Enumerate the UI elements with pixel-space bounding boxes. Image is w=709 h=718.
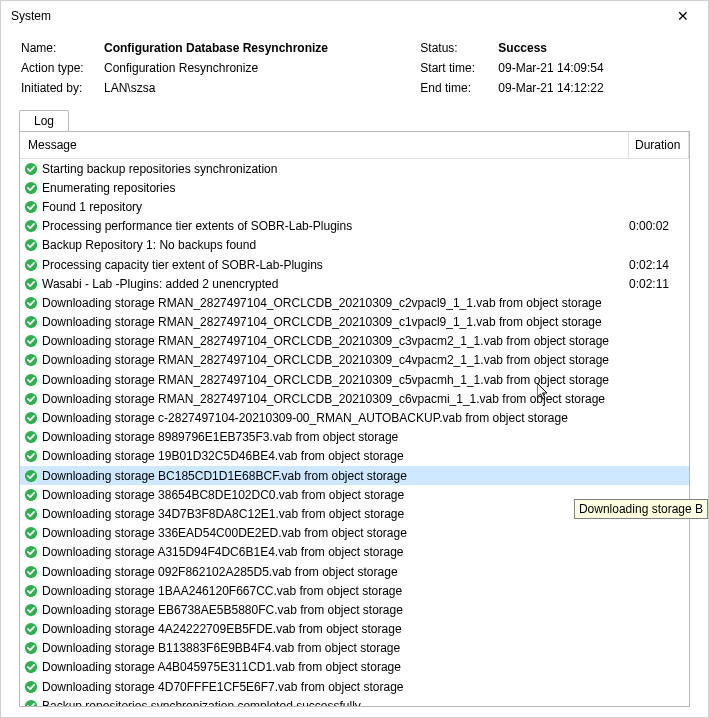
tab-log[interactable]: Log — [19, 110, 69, 131]
column-message[interactable]: Message — [20, 132, 629, 158]
log-message: Wasabi - Lab -Plugins: added 2 unencrypt… — [42, 277, 278, 291]
log-row[interactable]: Downloading storage B113883F6E9BB4F4.vab… — [20, 639, 689, 658]
log-message: Downloading storage c-2827497104-2021030… — [42, 411, 568, 425]
success-icon — [24, 219, 38, 233]
success-icon — [24, 622, 38, 636]
log-message: Downloading storage 38654BC8DE102DC0.vab… — [42, 488, 404, 502]
success-icon — [24, 392, 38, 406]
log-row[interactable]: Downloading storage 4D70FFFE1CF5E6F7.vab… — [20, 677, 689, 696]
log-row[interactable]: Wasabi - Lab -Plugins: added 2 unencrypt… — [20, 274, 689, 293]
success-icon — [24, 334, 38, 348]
success-icon — [24, 526, 38, 540]
log-message: Processing performance tier extents of S… — [42, 219, 352, 233]
success-icon — [24, 353, 38, 367]
log-row[interactable]: Found 1 repository — [20, 197, 689, 216]
log-message: Downloading storage RMAN_2827497104_ORCL… — [42, 353, 609, 367]
success-icon — [24, 258, 38, 272]
log-row[interactable]: Downloading storage BC185CD1D1E68BCF.vab… — [20, 466, 689, 485]
success-icon — [24, 507, 38, 521]
log-message: Downloading storage 34D7B3F8DA8C12E1.vab… — [42, 507, 404, 521]
log-row[interactable]: Downloading storage EB6738AE5B5880FC.vab… — [20, 600, 689, 619]
log-message: Downloading storage RMAN_2827497104_ORCL… — [42, 334, 609, 348]
log-row[interactable]: Downloading storage 4A24222709EB5FDE.vab… — [20, 620, 689, 639]
log-row[interactable]: Downloading storage 336EAD54C00DE2ED.vab… — [20, 524, 689, 543]
success-icon — [24, 603, 38, 617]
success-icon — [24, 411, 38, 425]
log-row[interactable]: Enumerating repositories — [20, 178, 689, 197]
log-message: Found 1 repository — [42, 200, 142, 214]
log-panel: Message Duration Starting backup reposit… — [19, 131, 690, 707]
log-row[interactable]: Processing performance tier extents of S… — [20, 217, 689, 236]
success-icon — [24, 449, 38, 463]
start-label: Start time: — [420, 61, 490, 75]
log-row[interactable]: Downloading storage 092F862102A285D5.vab… — [20, 562, 689, 581]
window-title: System — [11, 9, 51, 23]
log-row[interactable]: Downloading storage 1BAA246120F667CC.vab… — [20, 581, 689, 600]
end-label: End time: — [420, 81, 490, 95]
log-row[interactable]: Downloading storage 19B01D32C5D46BE4.vab… — [20, 447, 689, 466]
log-message: Downloading storage RMAN_2827497104_ORCL… — [42, 315, 602, 329]
status-value: Success — [498, 41, 688, 55]
log-duration: 0:02:14 — [629, 258, 689, 272]
end-value: 09-Mar-21 14:12:22 — [498, 81, 688, 95]
log-message: Downloading storage B113883F6E9BB4F4.vab… — [42, 641, 400, 655]
close-button[interactable]: ✕ — [668, 8, 698, 24]
log-message: Downloading storage RMAN_2827497104_ORCL… — [42, 373, 609, 387]
log-row[interactable]: Downloading storage 8989796E1EB735F3.vab… — [20, 428, 689, 447]
log-row[interactable]: Downloading storage RMAN_2827497104_ORCL… — [20, 332, 689, 351]
log-message: Downloading storage A315D94F4DC6B1E4.vab… — [42, 545, 404, 559]
log-message: Downloading storage 092F862102A285D5.vab… — [42, 565, 398, 579]
success-icon — [24, 488, 38, 502]
status-label: Status: — [420, 41, 490, 55]
success-icon — [24, 699, 38, 707]
log-row[interactable]: Downloading storage RMAN_2827497104_ORCL… — [20, 370, 689, 389]
init-label: Initiated by: — [21, 81, 96, 95]
success-icon — [24, 660, 38, 674]
init-value: LAN\szsa — [104, 81, 412, 95]
log-row[interactable]: Starting backup repositories synchroniza… — [20, 159, 689, 178]
success-icon — [24, 238, 38, 252]
log-row[interactable]: Downloading storage RMAN_2827497104_ORCL… — [20, 293, 689, 312]
log-row[interactable]: Downloading storage RMAN_2827497104_ORCL… — [20, 351, 689, 370]
success-icon — [24, 181, 38, 195]
log-message: Downloading storage RMAN_2827497104_ORCL… — [42, 392, 605, 406]
name-label: Name: — [21, 41, 96, 55]
log-message: Backup repositories synchronization comp… — [42, 699, 361, 707]
log-message: Downloading storage EB6738AE5B5880FC.vab… — [42, 603, 403, 617]
log-message: Downloading storage 336EAD54C00DE2ED.vab… — [42, 526, 407, 540]
success-icon — [24, 584, 38, 598]
success-icon — [24, 373, 38, 387]
log-row[interactable]: Downloading storage A315D94F4DC6B1E4.vab… — [20, 543, 689, 562]
action-label: Action type: — [21, 61, 96, 75]
name-value: Configuration Database Resynchronize — [104, 41, 412, 55]
log-message: Downloading storage BC185CD1D1E68BCF.vab… — [42, 469, 407, 483]
log-row[interactable]: Processing capacity tier extent of SOBR-… — [20, 255, 689, 274]
log-message: Downloading storage 8989796E1EB735F3.vab… — [42, 430, 398, 444]
success-icon — [24, 430, 38, 444]
success-icon — [24, 545, 38, 559]
log-message: Starting backup repositories synchroniza… — [42, 162, 277, 176]
success-icon — [24, 277, 38, 291]
log-message: Downloading storage 4A24222709EB5FDE.vab… — [42, 622, 402, 636]
log-row[interactable]: Backup Repository 1: No backups found — [20, 236, 689, 255]
log-message: Downloading storage A4B045975E311CD1.vab… — [42, 660, 401, 674]
log-row[interactable]: Downloading storage RMAN_2827497104_ORCL… — [20, 389, 689, 408]
log-duration: 0:00:02 — [629, 219, 689, 233]
success-icon — [24, 162, 38, 176]
success-icon — [24, 315, 38, 329]
log-row[interactable]: Downloading storage RMAN_2827497104_ORCL… — [20, 313, 689, 332]
log-message: Downloading storage 19B01D32C5D46BE4.vab… — [42, 449, 404, 463]
log-row[interactable]: Downloading storage A4B045975E311CD1.vab… — [20, 658, 689, 677]
log-row[interactable]: Downloading storage c-2827497104-2021030… — [20, 408, 689, 427]
log-rows: Starting backup repositories synchroniza… — [20, 159, 689, 707]
column-duration[interactable]: Duration — [629, 132, 689, 158]
log-duration: 0:02:11 — [629, 277, 689, 291]
log-message: Downloading storage 4D70FFFE1CF5E6F7.vab… — [42, 680, 404, 694]
log-header: Message Duration — [20, 132, 689, 159]
success-icon — [24, 200, 38, 214]
log-row[interactable]: Backup repositories synchronization comp… — [20, 696, 689, 707]
success-icon — [24, 565, 38, 579]
tooltip: Downloading storage B — [574, 499, 708, 519]
success-icon — [24, 641, 38, 655]
success-icon — [24, 680, 38, 694]
